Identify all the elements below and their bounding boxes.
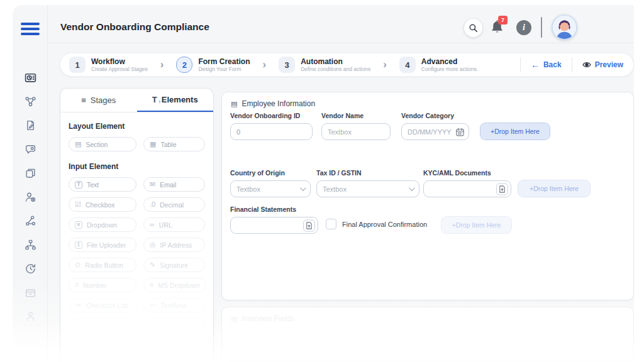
pill-label: URL [159,221,172,229]
menu-icon[interactable] [21,23,40,36]
step-label: Advanced [421,58,478,66]
back-arrow-icon: ← [531,60,540,70]
element-pill-signature[interactable]: ✎ Signature [143,258,205,272]
notification-badge: 7 [498,16,508,25]
element-pill-dropdown[interactable]: ∨ Dropdown [69,217,136,232]
vendor-onboarding-id-input[interactable] [230,123,313,140]
upload-file-icon[interactable] [303,219,315,231]
section-title: Employee Information [242,99,315,108]
final-approval-checkbox[interactable] [326,219,336,229]
tab-stages[interactable]: ≡ Stages [60,89,137,112]
stages-icon: ≡ [81,96,86,105]
number-icon: # [75,282,79,288]
calendar-icon[interactable] [454,126,466,138]
email-icon: ✉ [150,181,155,188]
drop-zone-label: +Drop Item Here [530,185,579,192]
element-pill-ip-address[interactable]: ◎ IP Address [143,238,205,252]
archive-icon[interactable] [25,287,36,299]
select-placeholder: Textbox [236,185,260,193]
back-button[interactable]: ← Back [521,60,572,70]
pill-label: Decimal [160,201,184,209]
country-of-origin-select[interactable]: Textbox [230,180,311,197]
section-header-icon: ▤ [231,315,237,323]
pill-label: Text [87,181,99,189]
step-automation[interactable]: 3 Automation Define conditions and actio… [279,57,370,73]
tax-id-gstin-select[interactable]: Textbox [316,180,419,197]
element-pill-radio-button[interactable]: ⊙ Radio Button [69,258,136,272]
page-title: Vendor Onboarding Compliance [60,21,209,33]
stepper-bar: 1 Workflow Create Approval Stages › 2 Fo… [60,53,634,77]
dashboard-icon[interactable] [25,72,36,84]
step-description: Configure more actions. [421,66,478,72]
org-chart-icon[interactable] [25,239,36,251]
user-settings-icon[interactable] [25,191,36,203]
element-pill-ms-dropdown[interactable]: ≡ MS Dropdown [143,278,206,292]
pill-label: File Uploader [87,241,126,249]
drop-zone-label: +Drop Item Here [452,221,501,229]
step-advanced[interactable]: 4 Advanced Configure more actions. [399,57,478,73]
step-form-creation[interactable]: 2 Form Creation Design Your Form [176,57,250,73]
link-icon: ∞ [150,221,155,228]
element-pill-decimal[interactable]: .0 Decimal [143,197,205,212]
copy-icon[interactable] [25,167,36,179]
step-workflow[interactable]: 1 Workflow Create Approval Stages [69,57,148,73]
drop-zone[interactable]: +Drop Item Here [441,216,512,234]
drop-zone[interactable]: +Drop Item Here [518,180,591,197]
tab-label: Elements [162,95,198,104]
preview-label: Preview [595,60,623,69]
pill-label: Number [83,282,106,289]
form-edit-icon[interactable] [25,119,36,131]
dropdown-icon: ∨ [75,221,82,229]
step-number: 1 [69,57,86,73]
element-pill-url[interactable]: ∞ URL [143,217,205,232]
upload-file-icon[interactable] [496,183,508,195]
element-pill-text[interactable]: T Text [69,177,136,192]
element-pill-table[interactable]: ▦ Table [143,137,205,151]
workflow-icon[interactable] [25,96,36,107]
tab-label: Stages [91,96,116,105]
user-avatar[interactable] [552,14,577,40]
team-icon[interactable] [25,310,36,322]
history-icon[interactable] [25,263,36,275]
pill-label: Checkbox List [86,302,128,309]
step-number: 3 [279,57,295,73]
element-pill[interactable] [69,318,136,332]
step-number: 2 [176,57,192,73]
info-button[interactable]: i [516,20,531,35]
element-pill-number[interactable]: # Number [69,278,136,292]
typography-icon: T [152,95,157,104]
element-pill-email[interactable]: ✉ Email [143,177,205,192]
search-button[interactable] [464,19,482,37]
drop-zone-label: +Drop Item Here [491,128,540,135]
element-pill-section[interactable]: ▤ Section [69,137,136,151]
step-label: Form Creation [198,58,250,66]
share-icon[interactable] [25,215,36,227]
layout-element-heading: Layout Element [69,122,205,131]
element-pill-checkbox-list[interactable]: ≔ Checkbox List [69,298,136,312]
signature-icon: ✎ [150,261,155,268]
file-upload-icon: ↥ [75,241,82,249]
preview-button[interactable]: Preview [572,60,633,69]
drop-zone[interactable]: +Drop Item Here [480,123,550,140]
element-pill-checkbox[interactable]: ☑ Checkbox [69,197,136,212]
header-vertical-divider [541,17,542,38]
chat-settings-icon[interactable] [25,143,36,155]
avatar-image [553,16,576,39]
element-pill-textarea[interactable]: ▭ TextArea [143,298,205,312]
vendor-name-input[interactable] [321,123,391,140]
select-placeholder: Textbox [323,185,347,193]
pill-label: IP Address [160,241,192,249]
eye-icon [582,61,591,69]
header-divider [48,43,634,43]
element-pill[interactable] [143,318,205,332]
back-label: Back [543,60,562,69]
pill-label: MS Dropdown [158,282,200,289]
search-icon [469,23,478,33]
tab-elements[interactable]: T Elements [137,89,214,112]
chevron-down-icon [300,185,306,191]
element-pill-file-uploader[interactable]: ↥ File Uploader [69,238,136,252]
chevron-right-icon: › [262,58,266,71]
pill-label: TextArea [160,302,186,309]
section-header-icon: ▤ [231,100,237,108]
input-element-heading: Input Element [69,162,205,171]
